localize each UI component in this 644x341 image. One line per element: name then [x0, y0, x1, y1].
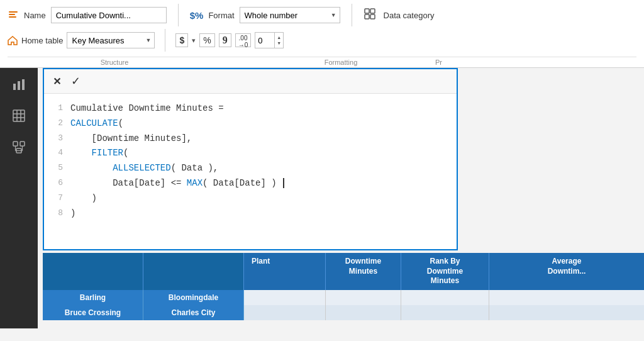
th-avg-downtime: AverageDowntim... [489, 253, 644, 290]
name-input[interactable] [51, 7, 167, 23]
line-content-3: [Downtime Minutes], [70, 131, 192, 147]
svg-rect-2 [9, 16, 16, 18]
code-line-3: 3 [Downtime Minutes], [54, 131, 447, 147]
line-content-1: Cumulative Downtime Minutes = [70, 101, 229, 116]
formatting-section-label: Formatting [272, 57, 410, 67]
th-downtime-minutes: DowntimeMinutes [326, 253, 401, 290]
formula-toolbar: ✕ ✓ [44, 69, 457, 94]
line-num-2: 2 [54, 116, 63, 131]
pr-section-label: Pr [435, 57, 442, 67]
svg-rect-7 [13, 84, 16, 90]
name-icon [8, 9, 19, 21]
line-content-2: CALCULATE( [70, 116, 123, 131]
format-icon: $% [190, 10, 204, 21]
data-category-label: Data category [384, 11, 435, 20]
line-num-4: 4 [54, 146, 63, 161]
th-plant: Plant [244, 253, 326, 290]
ribbon-row2: Home table Key Measures $ ▾ % 9 .00→0 ▲ … [8, 29, 636, 54]
name-label: Name [24, 11, 46, 20]
currency-button[interactable]: $ [175, 33, 188, 47]
td-downtime-row1 [326, 290, 401, 305]
svg-rect-6 [370, 14, 375, 19]
th-city1 [43, 253, 143, 290]
formula-editor-panel: ✕ ✓ 1 Cumulative Downtime Minutes = 2 CA… [43, 68, 458, 250]
code-line-7: 7 ) [54, 191, 447, 206]
line-content-6: Data[Date] <= MAX( Data[Date] ) [70, 176, 284, 191]
main-area: Man ✕ ✓ 1 Cumulative Downtime Minutes = … [0, 68, 644, 328]
svg-rect-10 [13, 110, 25, 121]
data-category-icon [364, 8, 376, 23]
code-line-8: 8 ) [54, 206, 447, 221]
code-line-1: 1 Cumulative Downtime Minutes = [54, 101, 447, 116]
line-content-7: ) [70, 191, 97, 206]
divider3 [165, 29, 165, 52]
td-plant-row1 [244, 290, 326, 305]
line-num-6: 6 [54, 176, 63, 191]
divider2 [352, 4, 352, 26]
formula-cancel-button[interactable]: ✕ [50, 74, 64, 89]
line-num-7: 7 [54, 191, 63, 206]
line-num-1: 1 [54, 101, 63, 116]
spinner-up[interactable]: ▲ [275, 35, 283, 40]
svg-rect-4 [370, 9, 375, 13]
formula-code-editor[interactable]: 1 Cumulative Downtime Minutes = 2 CALCUL… [44, 94, 457, 249]
td-city1-row2[interactable]: Bruce Crossing [43, 305, 143, 320]
table-header-row: Plant DowntimeMinutes Rank ByDowntimeMin… [43, 253, 644, 290]
home-table-select[interactable]: Key Measures [67, 32, 155, 48]
format-select-wrapper[interactable]: Whole number [240, 7, 340, 23]
home-table-select-wrapper[interactable]: Key Measures [67, 32, 155, 48]
th-city2 [143, 253, 244, 290]
table-row-1: Barling Bloomingdale [43, 290, 644, 305]
sidebar-icon-model[interactable] [8, 136, 30, 159]
svg-rect-15 [13, 142, 18, 146]
sidebar-icon-table[interactable] [8, 104, 30, 127]
format-label: Format [208, 11, 234, 20]
code-line-6: 6 Data[Date] <= MAX( Data[Date] ) [54, 176, 447, 191]
format-select[interactable]: Whole number [240, 7, 340, 23]
td-city2-row2[interactable]: Charles City [143, 305, 244, 320]
code-line-5: 5 ALLSELECTED( Data ), [54, 161, 447, 176]
table-row-2: Bruce Crossing Charles City [43, 305, 644, 320]
line-num-8: 8 [54, 206, 63, 221]
td-city2-row1[interactable]: Bloomingdale [143, 290, 244, 305]
th-rank-label: Rank ByDowntimeMinutes [427, 257, 463, 285]
formula-confirm-button[interactable]: ✓ [69, 73, 83, 89]
decimal-spinner[interactable]: ▲ ▼ [255, 32, 284, 48]
ribbon: Name $% Format Whole number Data categor… [0, 0, 644, 68]
decimal-value-input[interactable] [255, 36, 274, 45]
structure-section-label: Structure [8, 57, 221, 67]
divider1 [178, 4, 179, 26]
line-content-5: ALLSELECTED( Data ), [70, 161, 218, 176]
svg-rect-3 [365, 9, 369, 13]
line-num-5: 5 [54, 161, 63, 176]
svg-rect-9 [22, 79, 25, 90]
svg-rect-1 [9, 14, 15, 15]
ribbon-sections: Structure Formatting Pr [8, 57, 636, 67]
td-plant-row2 [244, 305, 326, 320]
td-rank-row1 [401, 290, 489, 305]
spinner-down[interactable]: ▼ [275, 40, 283, 46]
svg-rect-0 [9, 11, 18, 13]
data-table: Plant DowntimeMinutes Rank ByDowntimeMin… [43, 253, 644, 328]
sidebar-icon-chart[interactable] [8, 73, 30, 96]
td-city1-row1[interactable]: Barling [43, 290, 143, 305]
dropdown-arrow-currency: ▾ [192, 36, 196, 45]
ribbon-row1: Name $% Format Whole number Data categor… [8, 4, 636, 29]
comma-button[interactable]: 9 [219, 33, 231, 47]
sidebar [0, 68, 38, 328]
svg-rect-8 [18, 81, 20, 90]
code-line-2: 2 CALCULATE( [54, 116, 447, 131]
td-downtime-row2 [326, 305, 401, 320]
td-avg-row2 [489, 305, 644, 320]
td-avg-row1 [489, 290, 644, 305]
line-content-8: ) [70, 206, 75, 221]
home-icon [8, 35, 18, 45]
th-rank-by-downtime: Rank ByDowntimeMinutes [401, 253, 489, 290]
svg-rect-5 [365, 14, 369, 19]
percent-button[interactable]: % [199, 33, 214, 47]
code-line-4: 4 FILTER( [54, 146, 447, 161]
spinner-arrows: ▲ ▼ [274, 33, 283, 48]
td-rank-row2 [401, 305, 489, 320]
decimal-increase-button[interactable]: .00→0 [235, 33, 252, 47]
line-content-4: FILTER( [70, 146, 128, 161]
